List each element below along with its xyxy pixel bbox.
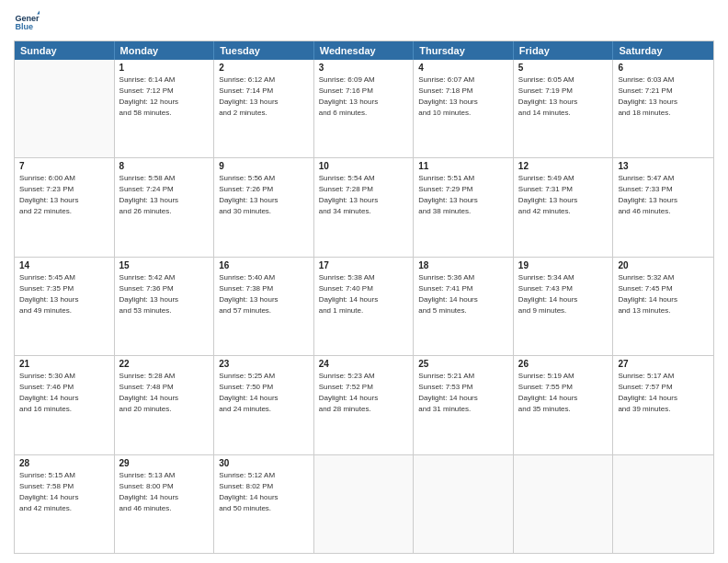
cal-cell: 28Sunrise: 5:15 AMSunset: 7:58 PMDayligh…: [15, 455, 115, 553]
day-number: 22: [119, 359, 210, 369]
cell-info: Sunrise: 5:58 AMSunset: 7:24 PMDaylight:…: [119, 173, 210, 217]
day-number: 27: [618, 359, 709, 369]
cell-info: Sunrise: 5:25 AMSunset: 7:50 PMDaylight:…: [219, 371, 309, 415]
cal-cell: [514, 455, 614, 553]
cell-info: Sunrise: 5:54 AMSunset: 7:28 PMDaylight:…: [319, 173, 409, 217]
day-number: 10: [319, 161, 409, 171]
header-day-wednesday: Wednesday: [314, 41, 415, 60]
cell-info: Sunrise: 6:05 AMSunset: 7:19 PMDaylight:…: [518, 75, 609, 119]
calendar-body: 1Sunrise: 6:14 AMSunset: 7:12 PMDaylight…: [15, 60, 713, 553]
header-day-sunday: Sunday: [15, 41, 115, 60]
cal-cell: [314, 455, 415, 553]
cal-cell: 14Sunrise: 5:45 AMSunset: 7:35 PMDayligh…: [15, 258, 115, 355]
cell-info: Sunrise: 6:09 AMSunset: 7:16 PMDaylight:…: [319, 75, 409, 119]
cal-cell: 19Sunrise: 5:34 AMSunset: 7:43 PMDayligh…: [514, 258, 614, 355]
cell-info: Sunrise: 5:47 AMSunset: 7:33 PMDaylight:…: [618, 173, 709, 217]
cal-cell: 27Sunrise: 5:17 AMSunset: 7:57 PMDayligh…: [613, 356, 713, 454]
day-number: 8: [119, 161, 210, 171]
cal-cell: 13Sunrise: 5:47 AMSunset: 7:33 PMDayligh…: [613, 158, 713, 256]
cal-cell: [613, 455, 713, 553]
cal-cell: 4Sunrise: 6:07 AMSunset: 7:18 PMDaylight…: [414, 60, 514, 157]
cell-info: Sunrise: 5:12 AMSunset: 8:02 PMDaylight:…: [219, 470, 309, 514]
cell-info: Sunrise: 5:19 AMSunset: 7:55 PMDaylight:…: [518, 371, 609, 415]
header-day-saturday: Saturday: [613, 41, 713, 60]
cell-info: Sunrise: 5:23 AMSunset: 7:52 PMDaylight:…: [319, 371, 409, 415]
day-number: 6: [618, 63, 709, 73]
cal-cell: 15Sunrise: 5:42 AMSunset: 7:36 PMDayligh…: [115, 258, 215, 355]
cell-info: Sunrise: 5:17 AMSunset: 7:57 PMDaylight:…: [618, 371, 709, 415]
day-number: 20: [618, 260, 709, 270]
cell-info: Sunrise: 5:21 AMSunset: 7:53 PMDaylight:…: [418, 371, 508, 415]
cell-info: Sunrise: 5:32 AMSunset: 7:45 PMDaylight:…: [618, 272, 709, 316]
day-number: 24: [319, 359, 409, 369]
day-number: 14: [19, 260, 109, 270]
cal-cell: 25Sunrise: 5:21 AMSunset: 7:53 PMDayligh…: [414, 356, 514, 454]
week-row-1: 7Sunrise: 6:00 AMSunset: 7:23 PMDaylight…: [15, 157, 713, 256]
day-number: 11: [418, 161, 508, 171]
day-number: 17: [319, 260, 409, 270]
cal-cell: 30Sunrise: 5:12 AMSunset: 8:02 PMDayligh…: [214, 455, 314, 553]
cell-info: Sunrise: 5:34 AMSunset: 7:43 PMDaylight:…: [518, 272, 609, 316]
logo-icon: General Blue: [14, 9, 40, 35]
day-number: 4: [418, 63, 508, 73]
day-number: 29: [119, 458, 210, 468]
cell-info: Sunrise: 5:28 AMSunset: 7:48 PMDaylight:…: [119, 371, 210, 415]
day-number: 16: [219, 260, 309, 270]
cal-cell: 7Sunrise: 6:00 AMSunset: 7:23 PMDaylight…: [15, 158, 115, 256]
day-number: 28: [19, 458, 109, 468]
cal-cell: 1Sunrise: 6:14 AMSunset: 7:12 PMDaylight…: [115, 60, 215, 157]
cal-cell: 8Sunrise: 5:58 AMSunset: 7:24 PMDaylight…: [115, 158, 215, 256]
cal-cell: 23Sunrise: 5:25 AMSunset: 7:50 PMDayligh…: [214, 356, 314, 454]
day-number: 3: [319, 63, 409, 73]
cal-cell: 11Sunrise: 5:51 AMSunset: 7:29 PMDayligh…: [414, 158, 514, 256]
cell-info: Sunrise: 6:07 AMSunset: 7:18 PMDaylight:…: [418, 75, 508, 119]
day-number: 15: [119, 260, 210, 270]
cal-cell: 5Sunrise: 6:05 AMSunset: 7:19 PMDaylight…: [514, 60, 614, 157]
day-number: 2: [219, 63, 309, 73]
week-row-0: 1Sunrise: 6:14 AMSunset: 7:12 PMDaylight…: [15, 60, 713, 157]
cell-info: Sunrise: 5:49 AMSunset: 7:31 PMDaylight:…: [518, 173, 609, 217]
cell-info: Sunrise: 6:03 AMSunset: 7:21 PMDaylight:…: [618, 75, 709, 119]
cal-cell: 12Sunrise: 5:49 AMSunset: 7:31 PMDayligh…: [514, 158, 614, 256]
day-number: 7: [19, 161, 109, 171]
page: General Blue SundayMondayTuesdayWednesda…: [0, 0, 728, 563]
cal-cell: 26Sunrise: 5:19 AMSunset: 7:55 PMDayligh…: [514, 356, 614, 454]
day-number: 18: [418, 260, 508, 270]
day-number: 5: [518, 63, 609, 73]
day-number: 12: [518, 161, 609, 171]
cal-cell: 2Sunrise: 6:12 AMSunset: 7:14 PMDaylight…: [214, 60, 314, 157]
cell-info: Sunrise: 5:40 AMSunset: 7:38 PMDaylight:…: [219, 272, 309, 316]
day-number: 26: [518, 359, 609, 369]
cell-info: Sunrise: 5:13 AMSunset: 8:00 PMDaylight:…: [119, 470, 210, 514]
cal-cell: 22Sunrise: 5:28 AMSunset: 7:48 PMDayligh…: [115, 356, 215, 454]
cell-info: Sunrise: 5:51 AMSunset: 7:29 PMDaylight:…: [418, 173, 508, 217]
day-number: 9: [219, 161, 309, 171]
cal-cell: 9Sunrise: 5:56 AMSunset: 7:26 PMDaylight…: [214, 158, 314, 256]
cell-info: Sunrise: 5:30 AMSunset: 7:46 PMDaylight:…: [19, 371, 109, 415]
cal-cell: 20Sunrise: 5:32 AMSunset: 7:45 PMDayligh…: [613, 258, 713, 355]
cal-cell: 24Sunrise: 5:23 AMSunset: 7:52 PMDayligh…: [314, 356, 415, 454]
week-row-3: 21Sunrise: 5:30 AMSunset: 7:46 PMDayligh…: [15, 355, 713, 454]
cal-cell: [414, 455, 514, 553]
cell-info: Sunrise: 6:00 AMSunset: 7:23 PMDaylight:…: [19, 173, 109, 217]
day-number: 30: [219, 458, 309, 468]
day-number: 1: [119, 63, 210, 73]
cell-info: Sunrise: 6:14 AMSunset: 7:12 PMDaylight:…: [119, 75, 210, 119]
week-row-4: 28Sunrise: 5:15 AMSunset: 7:58 PMDayligh…: [15, 454, 713, 553]
cell-info: Sunrise: 5:45 AMSunset: 7:35 PMDaylight:…: [19, 272, 109, 316]
header-day-friday: Friday: [514, 41, 614, 60]
cell-info: Sunrise: 5:15 AMSunset: 7:58 PMDaylight:…: [19, 470, 109, 514]
header-day-tuesday: Tuesday: [214, 41, 314, 60]
svg-text:Blue: Blue: [15, 22, 33, 31]
cal-cell: [15, 60, 115, 157]
cell-info: Sunrise: 5:36 AMSunset: 7:41 PMDaylight:…: [418, 272, 508, 316]
cal-cell: 21Sunrise: 5:30 AMSunset: 7:46 PMDayligh…: [15, 356, 115, 454]
logo: General Blue: [14, 9, 43, 35]
cell-info: Sunrise: 5:56 AMSunset: 7:26 PMDaylight:…: [219, 173, 309, 217]
cal-cell: 29Sunrise: 5:13 AMSunset: 8:00 PMDayligh…: [115, 455, 215, 553]
cal-cell: 16Sunrise: 5:40 AMSunset: 7:38 PMDayligh…: [214, 258, 314, 355]
cal-cell: 3Sunrise: 6:09 AMSunset: 7:16 PMDaylight…: [314, 60, 415, 157]
day-number: 19: [518, 260, 609, 270]
header-day-thursday: Thursday: [414, 41, 514, 60]
cal-cell: 10Sunrise: 5:54 AMSunset: 7:28 PMDayligh…: [314, 158, 415, 256]
